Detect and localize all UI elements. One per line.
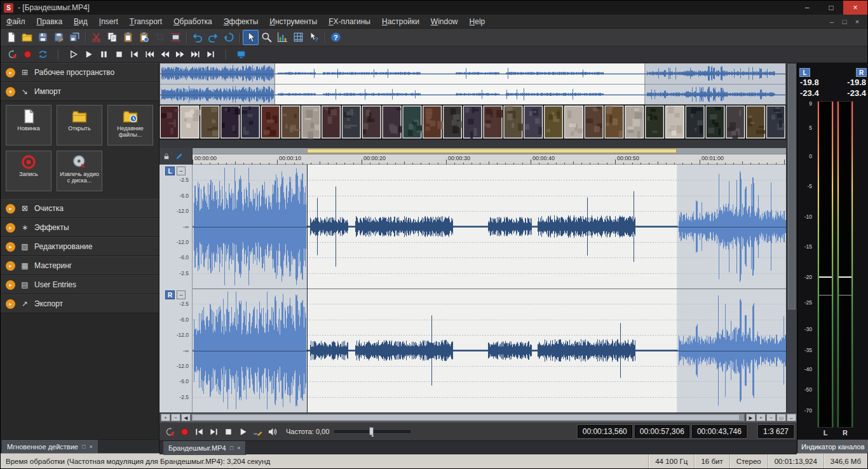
crop-button[interactable] xyxy=(168,30,184,45)
menu-item[interactable]: Insert xyxy=(93,15,124,29)
menu-item[interactable]: Help xyxy=(464,15,491,29)
loop-region-track[interactable] xyxy=(193,148,786,154)
pencil-icon[interactable] xyxy=(175,153,183,160)
loop-playback-button[interactable] xyxy=(35,48,50,62)
sidebar-section-workspace[interactable]: ▸ ⊞ Рабочее пространство xyxy=(1,63,159,82)
go-to-end-button[interactable] xyxy=(203,48,218,62)
menu-item[interactable]: Window xyxy=(425,15,464,29)
playback-monitor-button[interactable] xyxy=(233,48,248,62)
horizontal-scrollbar[interactable] xyxy=(191,414,745,421)
sidebar-section-effects[interactable]: ▸ ∗ Эффекты xyxy=(1,218,159,237)
next-marker-button[interactable] xyxy=(187,48,203,62)
mdi-close-button[interactable]: × xyxy=(851,18,864,25)
horizontal-scrollbar-thumb[interactable] xyxy=(193,415,739,420)
pause-button[interactable] xyxy=(96,48,111,62)
tab-close-icon[interactable]: × xyxy=(89,444,92,450)
paste-button[interactable] xyxy=(120,30,136,45)
tab-document[interactable]: Брандешмыг.MP4 □ × xyxy=(163,441,246,455)
play-button[interactable] xyxy=(236,425,250,439)
meter-bar-left[interactable] xyxy=(817,101,834,428)
record-tile[interactable]: Запись xyxy=(6,151,51,191)
new-file-button[interactable] xyxy=(3,30,19,45)
play-button[interactable] xyxy=(81,48,96,62)
paste-special-button[interactable] xyxy=(136,30,152,45)
copy-button[interactable] xyxy=(104,30,120,45)
zoom-out-time-button[interactable]: − xyxy=(171,414,180,421)
menu-item[interactable]: FX-плагины xyxy=(323,15,376,29)
zoom-fit-button[interactable]: ↔ xyxy=(787,414,796,421)
repeat-button[interactable] xyxy=(221,30,237,45)
loop-record-button[interactable] xyxy=(163,425,177,439)
save-as-button[interactable] xyxy=(51,30,67,45)
collapse-left-channel-button[interactable]: – xyxy=(177,167,186,175)
menu-item[interactable]: Вид xyxy=(68,15,93,29)
forward-button[interactable] xyxy=(172,48,187,62)
recent-files-tile[interactable]: Недавние файлы... xyxy=(107,105,153,146)
lock-icon[interactable] xyxy=(163,153,170,160)
record-button[interactable] xyxy=(177,425,192,439)
maximize-button[interactable]: □ xyxy=(819,1,843,15)
tab-channel-meter[interactable]: Индикатор каналов xyxy=(797,440,868,453)
tab-close-icon[interactable]: × xyxy=(237,445,240,451)
go-to-start-button[interactable] xyxy=(126,48,142,62)
magnify-tool-button[interactable] xyxy=(259,30,275,45)
loop-record-button[interactable] xyxy=(4,48,20,62)
tab-instant-action[interactable]: Мгновенное действие □ × xyxy=(2,440,98,454)
waveform-display[interactable] xyxy=(193,165,786,412)
stop-button[interactable] xyxy=(111,48,126,62)
timeline-ruler[interactable] xyxy=(193,154,786,165)
stop-button[interactable] xyxy=(221,425,236,439)
menu-item[interactable]: Правка xyxy=(31,15,69,29)
overview-waveform[interactable] xyxy=(159,63,786,105)
play-all-button[interactable] xyxy=(65,48,81,62)
zoom-selection-button[interactable]: ▭ xyxy=(776,414,786,421)
open-tile[interactable]: Открыть xyxy=(57,105,102,146)
scroll-left-button[interactable]: ◀ xyxy=(181,414,191,421)
frequency-slider[interactable]: ▲ xyxy=(334,425,410,438)
vertical-scrollbar[interactable] xyxy=(786,63,797,412)
sidebar-section-editing[interactable]: ▸ ▨ Редактирование xyxy=(1,237,159,256)
undo-button[interactable] xyxy=(189,30,205,45)
edit-tool-button[interactable] xyxy=(243,30,259,45)
scroll-right-button[interactable]: ▶ xyxy=(746,414,756,421)
menu-item[interactable]: Эффекты xyxy=(218,15,264,29)
right-channel-badge[interactable]: R xyxy=(165,290,175,299)
loop-region-bar[interactable] xyxy=(307,149,677,153)
meter-bar-right[interactable] xyxy=(837,101,853,428)
save-button[interactable] xyxy=(35,30,51,45)
new-file-tile[interactable]: Новинка xyxy=(6,105,51,146)
sidebar-section-mastering[interactable]: ▸ ▦ Мастеринг xyxy=(1,256,159,275)
redo-button[interactable] xyxy=(205,30,221,45)
save-all-button[interactable] xyxy=(67,30,83,45)
minimize-button[interactable]: – xyxy=(795,1,819,15)
go-to-end-button[interactable] xyxy=(207,425,221,439)
close-button[interactable]: × xyxy=(843,1,867,15)
mdi-restore-button[interactable]: □ xyxy=(838,18,851,25)
menu-item[interactable]: Настройки xyxy=(376,15,425,29)
open-button[interactable] xyxy=(19,30,35,45)
extract-audio-tile[interactable]: Извлечь аудио с диска... xyxy=(57,151,102,191)
previous-marker-button[interactable] xyxy=(142,48,157,62)
cut-button[interactable] xyxy=(88,30,104,45)
monitor-volume-button[interactable] xyxy=(265,425,280,439)
pencil-tool-button[interactable] xyxy=(250,425,265,439)
trim-button[interactable] xyxy=(152,30,168,45)
left-channel-badge[interactable]: L xyxy=(165,167,175,175)
video-thumbnail-strip[interactable] xyxy=(159,105,786,139)
menu-item[interactable]: Обработка xyxy=(168,15,218,29)
menu-item[interactable]: Transport xyxy=(124,15,168,29)
vertical-scrollbar-thumb[interactable] xyxy=(788,64,796,309)
menu-item[interactable]: Инструменты xyxy=(264,15,323,29)
sidebar-section-export[interactable]: ▸ ↗ Экспорт xyxy=(1,294,159,313)
spectrum-button[interactable] xyxy=(275,30,290,45)
zoom-out-button[interactable]: − xyxy=(766,414,776,421)
help-button[interactable] xyxy=(328,30,344,45)
tab-restore-icon[interactable]: □ xyxy=(230,445,233,451)
selection-tool-button[interactable] xyxy=(306,30,322,45)
rewind-button[interactable] xyxy=(157,48,172,62)
zoom-in-button[interactable]: + xyxy=(756,414,766,421)
record-button[interactable] xyxy=(20,48,35,62)
sidebar-section-cleanup[interactable]: ▸ ⊠ Очистка xyxy=(1,199,159,218)
sidebar-section-import[interactable]: ▾ ↘ Импорт xyxy=(1,82,159,101)
mdi-minimize-button[interactable]: – xyxy=(825,18,838,25)
